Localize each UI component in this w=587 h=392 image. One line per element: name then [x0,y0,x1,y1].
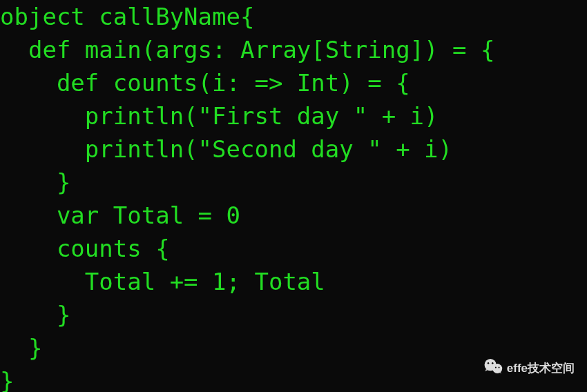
svg-point-2 [488,362,489,364]
code-line: } [0,334,42,362]
code-line: } [0,367,14,392]
code-line: } [0,301,70,329]
svg-point-4 [495,367,497,369]
code-line: object callByName{ [0,3,254,30]
code-line: println("First day " + i) [0,102,439,130]
code-line: Total += 1; Total [0,268,325,295]
code-line: def counts(i: => Int) = { [0,69,410,97]
watermark: effe技术空间 [483,357,575,380]
code-line: var Total = 0 [0,202,240,229]
code-line: def main(args: Array[String]) = { [0,36,494,63]
code-line: } [0,168,70,196]
svg-point-3 [492,362,493,364]
svg-point-5 [498,367,499,369]
wechat-icon [483,357,503,380]
code-line: counts { [0,235,170,262]
watermark-text: effe技术空间 [507,360,575,376]
code-block: object callByName{ def main(args: Array[… [0,0,587,392]
svg-point-1 [492,364,502,373]
code-line: println("Second day " + i) [0,135,452,163]
